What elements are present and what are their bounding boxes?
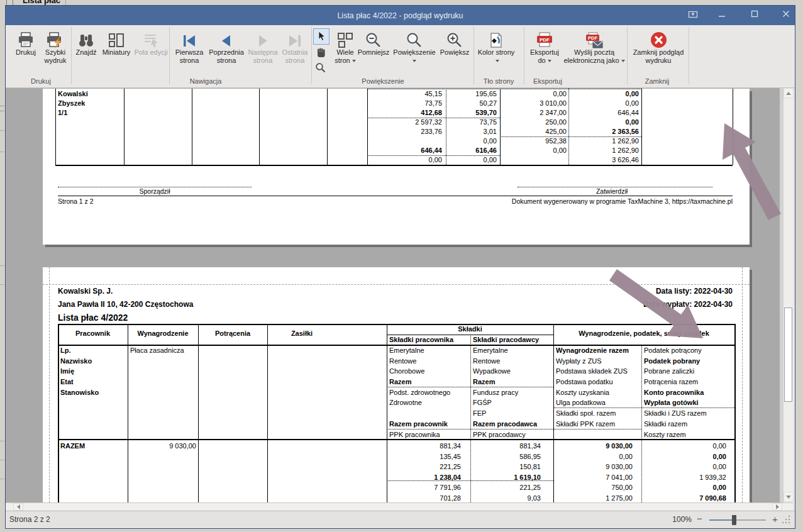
grid-line (124, 89, 125, 165)
vertical-scrollbar[interactable] (783, 88, 793, 502)
group-label-print: Drukuj (16, 77, 66, 85)
value-cell: 7 041,00 (556, 472, 633, 483)
zoom-button-label: Powiększenie (390, 48, 438, 57)
zoom-slider-thumb[interactable] (732, 515, 736, 525)
document-title: Lista płac 4/2022 (58, 313, 128, 323)
value-cell: 7 090,68 (644, 493, 726, 503)
value-cell: 195,65 (448, 89, 497, 99)
row-label: Koszty uzyskania (556, 387, 639, 398)
row-label: Ulga podatkowa (556, 397, 639, 408)
triangle-left-icon (17, 504, 20, 509)
background-window-strip-right (796, 5, 803, 532)
grid-line (446, 89, 446, 165)
row-label: Podstawa podatku (556, 377, 639, 387)
margin-guide (43, 284, 750, 285)
value-cell (370, 136, 442, 146)
zoom-slider-track[interactable] (709, 519, 734, 521)
print-button[interactable]: Drukuj (12, 27, 40, 57)
scroll-down-button[interactable] (784, 492, 794, 502)
value-cell: 0,00 (574, 99, 639, 108)
value-cell: 50,27 (448, 99, 497, 108)
pointer-tool-button[interactable] (313, 28, 330, 45)
group-divider (311, 27, 312, 84)
header-wynagrodzenie: Wynagrodzenie (128, 330, 198, 337)
resize-grip[interactable] (782, 515, 792, 525)
quick-print-button[interactable]: Szybki wydruk (40, 27, 71, 65)
value-cell: 3 626,46 (574, 155, 639, 165)
document-area[interactable]: Kowalski Zbyszek 1/1 45,15 73,75 412,68 … (6, 88, 793, 502)
background-row-mark (0, 130, 4, 131)
row-label: Razem (473, 377, 552, 387)
row-label: Składki razem (644, 419, 733, 429)
grid-line (500, 89, 501, 165)
scroll-up-button[interactable] (784, 88, 794, 98)
row-label (389, 408, 469, 419)
multiple-pages-icon (331, 27, 360, 48)
row-label: Imię (60, 366, 123, 377)
chevron-down-icon (352, 60, 356, 62)
group-label-zoom: Powiększenie (345, 77, 421, 85)
triangle-right-icon (776, 504, 779, 509)
close-preview-button[interactable]: Zamknij podgląd wydruku (631, 27, 686, 65)
export-to-button[interactable]: PDF Eksportuj do (526, 27, 563, 65)
page-2: Kowalski Sp. J. Jana Pawła II 10, 42-200… (43, 267, 750, 502)
minimize-button[interactable] (714, 8, 730, 19)
zoom-in-button[interactable]: Powiększ (438, 27, 471, 57)
value-cell: 881,34 (389, 441, 461, 452)
page-color-button[interactable]: Kolor strony (476, 27, 516, 65)
value-cell: 2 347,00 (502, 108, 567, 118)
row-label: Składki i ZUS razem (644, 408, 733, 419)
ribbon-options-button[interactable] (685, 8, 701, 19)
group-divider (473, 27, 474, 84)
scroll-right-button[interactable] (772, 503, 782, 511)
previous-page-button[interactable]: Poprzednia strona (207, 27, 246, 65)
grid-line (641, 89, 642, 165)
header-skladki-pracownika: Składki pracownika (389, 336, 484, 343)
vertical-scrollbar-thumb[interactable] (784, 308, 792, 402)
thumbnails-button[interactable]: Miniatury (100, 27, 133, 57)
column-skladki-pracownika-labels: Emerytalne Rentowe Chorobowe Razem Podst… (389, 345, 469, 440)
razem-label: RAZEM (60, 441, 85, 450)
zoom-button[interactable]: Powiększenie (390, 27, 438, 65)
background-row-mark (0, 152, 4, 152)
row-label: Składki społ. razem (556, 408, 639, 419)
background-row-mark (0, 284, 4, 285)
first-page-button[interactable]: Pierwsza strona (172, 27, 207, 65)
row-label: PPK pracodawcy (473, 429, 552, 440)
titlebar[interactable]: Lista płac 4/2022 - podgląd wydruku (6, 6, 795, 25)
close-icon (782, 9, 790, 18)
margin-guide (49, 267, 50, 502)
hand-tool-button[interactable] (314, 47, 329, 59)
background-window-tab[interactable]: Lista płac (23, 0, 60, 5)
next-page-button-label: Następna strona (246, 48, 280, 65)
zoom-lens-icon (315, 62, 326, 73)
close-button[interactable] (778, 8, 794, 19)
find-button[interactable]: Znajdź (72, 27, 100, 57)
row-label: Etat (60, 377, 123, 387)
group-divider (627, 27, 628, 84)
zoom-tool-button[interactable] (314, 61, 326, 74)
grid-line (568, 89, 569, 165)
multiple-pages-button[interactable]: Wiele stron (331, 27, 360, 65)
send-email-button[interactable]: PDF Wyślij pocztą elektroniczną jako (563, 27, 626, 65)
value-cell: 0,00 (574, 118, 639, 127)
value-cell: 0,00 (448, 136, 497, 146)
background-window-strip-top: Lista płac (0, 0, 803, 5)
zoom-out-control[interactable]: − (697, 513, 702, 524)
value-cell: 701,28 (389, 493, 461, 503)
signature-label-approved: Zatwierdził (574, 187, 650, 196)
row-label: Potrącenia razem (644, 377, 733, 387)
print-button-label: Drukuj (12, 48, 40, 57)
header-pracownik: Pracownik (58, 330, 128, 337)
page-color-icon (476, 27, 516, 48)
horizontal-scrollbar[interactable] (6, 502, 793, 511)
value-cell: 1 939,32 (644, 472, 726, 483)
scroll-left-button[interactable] (13, 503, 23, 511)
maximize-button[interactable] (746, 8, 763, 19)
chevron-down-icon (390, 57, 438, 65)
zoom-out-button[interactable]: Pomniejsz (357, 27, 390, 57)
value-cell: 1 619,10 (473, 472, 541, 483)
zoom-slider-track[interactable] (734, 519, 766, 521)
column-skladki-pracodawcy-labels: Emerytalne Rentowe Wypadkowe Razem Fundu… (473, 345, 552, 440)
zoom-in-control[interactable]: + (772, 514, 778, 524)
